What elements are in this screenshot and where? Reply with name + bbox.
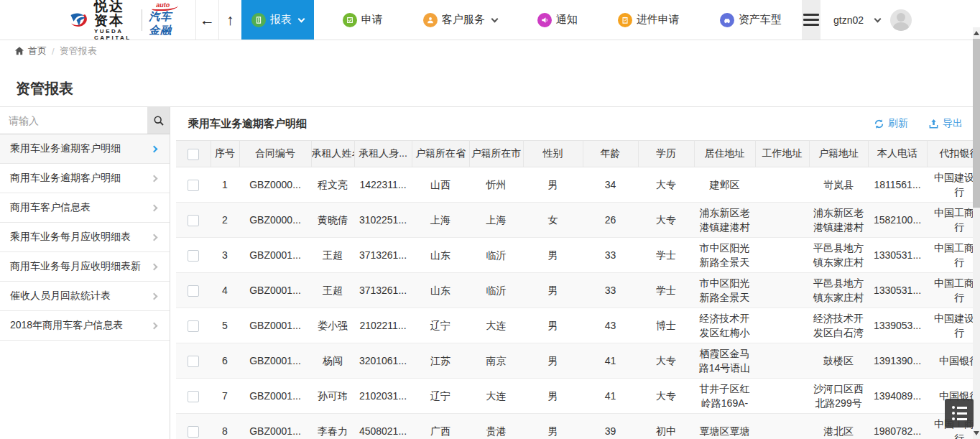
cell-education: 博士: [638, 308, 694, 343]
cell-registered_address: 港北区: [809, 414, 868, 439]
cell-id: 3102251...: [354, 203, 412, 238]
cell-city: 上海: [469, 203, 523, 238]
cell-name: 王超: [311, 238, 354, 273]
report-icon: [251, 13, 266, 27]
sidebar-item-label: 商用车客户信息表: [10, 201, 91, 214]
cell-seq: 5: [211, 308, 239, 343]
cell-province: 江苏: [412, 343, 469, 379]
cell-id: 2102031...: [354, 379, 412, 414]
chevron-right-icon: [151, 234, 158, 241]
sidebar-item-collector-monthly-stats[interactable]: 催收人员月回款统计表: [0, 282, 170, 311]
row-checkbox[interactable]: [188, 180, 199, 191]
column-header: 工作地址: [755, 141, 809, 167]
logo-name-en: YUEDA CAPITAL: [94, 28, 134, 41]
row-checkbox[interactable]: [188, 426, 199, 438]
column-header: 性别: [523, 141, 583, 167]
sidebar-item-commercial-monthly-receivable-new[interactable]: 商用车业务每月应收明细表新: [0, 252, 170, 282]
breadcrumb-home[interactable]: 首页: [28, 45, 47, 57]
cell-city: 大连: [469, 379, 523, 414]
cell-checkbox: [176, 379, 211, 414]
logo-divider: [142, 9, 142, 31]
cell-age: 33: [583, 238, 638, 273]
cell-city: 忻州: [469, 167, 523, 203]
cell-province: 山东: [412, 273, 469, 308]
cell-age: 34: [583, 167, 638, 203]
sidebar-item-label: 催收人员月回款统计表: [10, 290, 111, 302]
row-checkbox[interactable]: [188, 250, 199, 262]
sidebar-item-passenger-monthly-receivable[interactable]: 乘用车业务每月应收明细表: [0, 223, 170, 252]
yueda-logo-mark-icon: [68, 6, 90, 34]
nav-item-notifications[interactable]: 通知: [526, 0, 589, 40]
cell-province: 辽宁: [412, 308, 469, 343]
intake-icon: [618, 13, 632, 27]
chevron-right-icon: [151, 204, 158, 211]
cell-province: 山西: [412, 167, 469, 203]
refresh-button[interactable]: 刷新: [874, 117, 908, 130]
search-button[interactable]: [147, 107, 170, 134]
select-all-checkbox[interactable]: [188, 149, 199, 160]
cell-age: 41: [583, 343, 638, 379]
cell-education: 学士: [638, 238, 694, 273]
cell-contract: GBZ0001...: [239, 273, 311, 308]
cell-name: 娄小强: [311, 308, 354, 343]
hamburger-menu-button[interactable]: [802, 0, 820, 40]
chevron-down-icon: [297, 15, 305, 22]
scrollbar-down-arrow[interactable]: [974, 431, 979, 435]
sidebar-item-passenger-overdue[interactable]: 乘用车业务逾期客户明细: [0, 134, 170, 164]
cell-work_address: [755, 308, 809, 343]
customer-service-icon: [423, 13, 438, 27]
cell-bank: 中国建设银行: [927, 167, 980, 203]
cell-checkbox: [176, 273, 211, 308]
sidebar-item-label: 2018年商用车客户信息表: [10, 319, 123, 332]
cell-bank: 中国建设银行: [927, 308, 980, 343]
table-row: 5GBZ0001...娄小强2102211...辽宁大连男43博士经济技术开发区…: [176, 308, 980, 343]
cell-city: 临沂: [469, 238, 523, 273]
breadcrumb-separator: /: [52, 46, 55, 57]
nav-item-intake-apply[interactable]: 进件申请: [606, 0, 691, 40]
nav-item-customer-service[interactable]: 客户服务: [412, 0, 509, 40]
row-checkbox[interactable]: [188, 391, 199, 402]
cell-education: 大专: [638, 167, 694, 203]
row-checkbox[interactable]: [188, 285, 199, 297]
cell-phone: 1330531...: [868, 238, 927, 273]
panel-title: 乘用车业务逾期客户明细: [188, 117, 307, 131]
sidebar-item-commercial-overdue[interactable]: 商用车业务逾期客户明细: [0, 164, 170, 193]
list-icon: [952, 406, 967, 409]
row-checkbox[interactable]: [188, 320, 199, 332]
avatar[interactable]: [890, 9, 912, 31]
column-header: 序号: [211, 141, 239, 167]
floating-list-button[interactable]: [945, 399, 974, 428]
scrollbar-up-arrow[interactable]: [974, 31, 979, 35]
cell-gender: 男: [523, 379, 583, 414]
nav-item-reports[interactable]: 报表: [241, 0, 314, 40]
column-header: 户籍所在市: [469, 141, 523, 167]
nav-item-asset-vehicle[interactable]: 资产车型: [708, 0, 793, 40]
up-arrow-button[interactable]: ↑: [219, 0, 241, 40]
vertical-scrollbar[interactable]: [973, 27, 980, 439]
asset-vehicle-icon: [720, 13, 734, 27]
username-label: gtzn02: [833, 14, 864, 26]
cell-bank: 中国工商银行: [927, 273, 980, 308]
export-label: 导出: [943, 117, 963, 130]
cell-id: 1422311...: [354, 167, 412, 203]
notice-icon: [537, 13, 552, 27]
cell-contract: GBZ0001...: [239, 343, 311, 379]
row-checkbox[interactable]: [188, 215, 199, 226]
sidebar-item-commercial-customer-info[interactable]: 商用车客户信息表: [0, 193, 170, 223]
cell-checkbox: [176, 238, 211, 273]
row-checkbox[interactable]: [188, 356, 199, 367]
user-menu[interactable]: gtzn02: [820, 0, 980, 40]
cell-seq: 4: [211, 273, 239, 308]
cell-work_address: [755, 203, 809, 238]
search-input[interactable]: [0, 107, 147, 134]
nav-item-apply[interactable]: 申请: [331, 0, 394, 40]
back-arrow-button[interactable]: ←: [196, 0, 218, 40]
cell-home_address: 覃塘区覃塘: [694, 414, 755, 439]
cell-registered_address: 鼓楼区: [809, 343, 868, 379]
scrollbar-thumb[interactable]: [973, 39, 980, 208]
select-all-header[interactable]: [176, 141, 211, 167]
sidebar-item-2018-commercial-customer-info[interactable]: 2018年商用车客户信息表: [0, 311, 170, 341]
export-button[interactable]: 导出: [928, 117, 963, 130]
cell-education: 初中: [638, 414, 694, 439]
cell-province: 上海: [412, 203, 469, 238]
